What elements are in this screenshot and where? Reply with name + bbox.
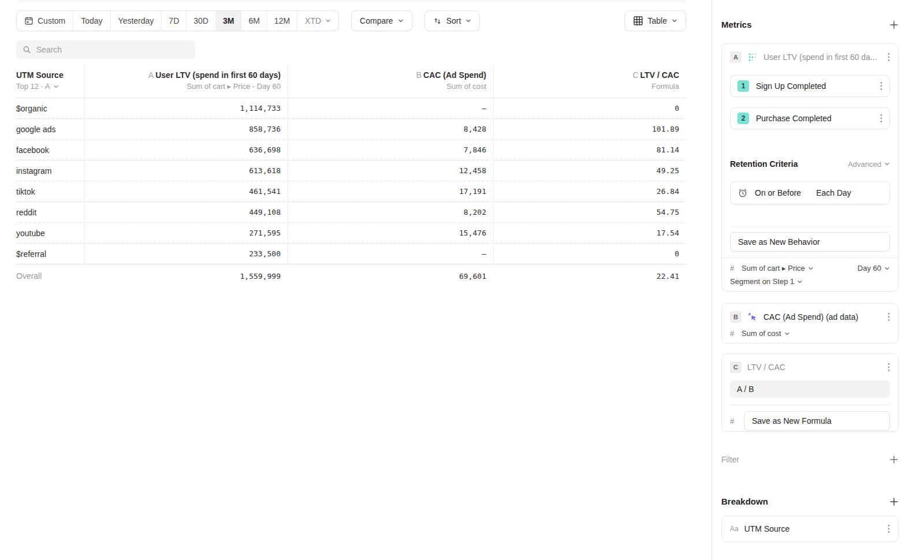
metric-a-header[interactable]: A User LTV (spend in first 60 da... <box>730 51 890 64</box>
metric-letter-badge: C <box>730 361 742 373</box>
save-as-new-behavior-button[interactable]: Save as New Behavior <box>730 232 890 252</box>
segment-row: Segment on Step 1 <box>730 277 890 286</box>
text-type-icon: Aa <box>730 525 739 533</box>
range-tab-label: Custom <box>38 16 65 25</box>
retention-criteria-setting[interactable]: On or Before Each Day <box>730 181 890 204</box>
step-number-badge: 2 <box>737 113 749 124</box>
metric-a-menu-button[interactable] <box>888 53 890 62</box>
table-row[interactable]: youtube 271,595 15,476 17.54 <box>16 223 686 244</box>
table-header-row: UTM Source Top 12 · A AUser LTV (spend i… <box>16 64 686 98</box>
search-input[interactable] <box>36 45 189 54</box>
formula-save-row: # Save as New Formula <box>730 411 890 431</box>
range-tab-xtd[interactable]: XTD <box>297 11 338 31</box>
breakdown-section-header: Breakdown <box>721 496 899 506</box>
day-window-dropdown[interactable]: Day 60 <box>858 264 890 272</box>
chevron-down-icon <box>884 266 890 271</box>
step-1-sign-up-completed[interactable]: 1 Sign Up Completed <box>730 75 890 97</box>
table-row[interactable]: instagram 613,618 12,458 49.25 <box>16 160 686 181</box>
calendar-icon <box>24 16 33 25</box>
metric-b-menu-button[interactable] <box>888 312 890 322</box>
table-row[interactable]: tiktok 461,541 17,191 26.84 <box>16 181 686 202</box>
table-row[interactable]: google ads 858,736 8,428 101.89 <box>16 119 686 140</box>
chevron-down-icon <box>398 18 404 24</box>
search-icon <box>23 45 31 54</box>
divider <box>730 226 890 227</box>
advanced-dropdown[interactable]: Advanced <box>848 160 890 169</box>
range-tab-3m-selected[interactable]: 3M <box>215 11 241 31</box>
metric-a-title: User LTV (spend in first 60 da... <box>763 53 882 62</box>
table-row[interactable]: $referral 233,500 – 0 <box>16 244 686 264</box>
table-row[interactable]: reddit 449,108 8,202 54.75 <box>16 202 686 223</box>
collapsed-chart-edge <box>17 0 686 5</box>
view-type-button[interactable]: Table <box>624 10 686 31</box>
aggregation-dropdown[interactable]: Sum of cart ▸ Price <box>742 264 814 272</box>
table-grid-icon <box>633 16 643 26</box>
kebab-menu-icon <box>888 363 890 372</box>
range-tab-yesterday[interactable]: Yesterday <box>110 11 162 31</box>
metric-c-menu-button[interactable] <box>888 363 890 372</box>
save-as-new-formula-button[interactable]: Save as New Formula <box>744 411 890 431</box>
metric-c-header[interactable]: C LTV / CAC <box>730 361 890 374</box>
range-tab-custom[interactable]: Custom <box>17 11 73 31</box>
metric-b-card: B CAC (Ad Spend) (ad data) # Sum of cost <box>721 303 899 344</box>
step-1-menu-button[interactable] <box>880 81 882 91</box>
metric-a-card: A User LTV (spend in first 60 da... 1 Si… <box>721 43 899 292</box>
retention-criteria-label: Retention Criteria <box>730 159 798 169</box>
breakdown-table: UTM Source Top 12 · A AUser LTV (spend i… <box>16 64 686 288</box>
metric-c-card: C LTV / CAC A / B # Save as New Formula <box>721 353 899 432</box>
column-header-metric-a[interactable]: AUser LTV (spend in first 60 days) Sum o… <box>84 64 288 98</box>
sort-button[interactable]: Sort <box>424 10 480 31</box>
sum-of-cost-dropdown[interactable]: Sum of cost <box>742 329 790 338</box>
range-tab-12m[interactable]: 12M <box>267 11 297 31</box>
kebab-menu-icon <box>888 312 890 322</box>
segment-on-step-dropdown[interactable]: Segment on Step 1 <box>730 277 803 286</box>
sort-arrows-icon <box>433 17 442 25</box>
filter-title: Filter <box>721 455 739 464</box>
breakdown-menu-button[interactable] <box>888 524 890 533</box>
step-2-purchase-completed[interactable]: 2 Purchase Completed <box>730 107 890 129</box>
compare-button[interactable]: Compare <box>351 10 412 31</box>
metrics-header: Metrics <box>721 20 899 29</box>
range-tab-30d[interactable]: 30D <box>186 11 215 31</box>
add-metric-button[interactable] <box>889 20 899 29</box>
breakdown-utm-source-card[interactable]: Aa UTM Source <box>721 516 899 542</box>
chevron-down-icon <box>808 266 814 271</box>
range-tab-6m[interactable]: 6M <box>241 11 266 31</box>
plus-icon <box>889 497 899 506</box>
range-tab-7d[interactable]: 7D <box>161 11 186 31</box>
range-tab-today[interactable]: Today <box>73 11 110 31</box>
step-2-menu-button[interactable] <box>880 114 882 123</box>
table-row[interactable]: $organic 1,114,733 – 0 <box>16 98 686 119</box>
metric-b-header[interactable]: B CAC (Ad Spend) (ad data) <box>730 311 890 323</box>
divider <box>730 405 890 405</box>
criteria-when-dropdown[interactable]: On or Before <box>755 188 801 197</box>
chevron-down-icon <box>325 18 331 24</box>
chevron-down-icon <box>884 161 890 167</box>
add-breakdown-button[interactable] <box>889 497 899 506</box>
behavior-dots-icon <box>747 52 758 62</box>
kebab-menu-icon <box>880 114 882 123</box>
search-box <box>16 40 195 59</box>
formula-input[interactable]: A / B <box>730 380 890 398</box>
top-n-sort-control[interactable]: Top 12 · A <box>16 82 59 91</box>
number-type-icon: # <box>730 264 737 272</box>
metric-letter-badge: B <box>730 311 742 323</box>
filter-section-header: Filter <box>721 455 899 464</box>
number-type-icon: # <box>730 417 737 425</box>
chevron-down-icon <box>784 331 790 337</box>
retention-criteria-row: Retention Criteria Advanced <box>730 159 890 169</box>
plus-icon <box>889 20 899 29</box>
event-cursor-icon <box>747 312 758 322</box>
aggregation-row: # Sum of cost <box>730 329 890 338</box>
column-header-metric-c[interactable]: CLTV / CAC Formula <box>493 64 686 98</box>
column-header-metric-b[interactable]: BCAC (Ad Spend) Sum of cost <box>288 64 493 98</box>
criteria-frequency-dropdown[interactable]: Each Day <box>816 188 851 197</box>
kebab-menu-icon <box>888 53 890 62</box>
table-row[interactable]: facebook 636,698 7,846 81.14 <box>16 140 686 160</box>
divider <box>722 257 898 258</box>
add-filter-button[interactable] <box>889 455 899 464</box>
step-number-badge: 1 <box>737 80 749 92</box>
metric-b-title: CAC (Ad Spend) (ad data) <box>763 312 882 322</box>
breakdown-title: Breakdown <box>721 496 768 506</box>
number-type-icon: # <box>730 329 737 338</box>
